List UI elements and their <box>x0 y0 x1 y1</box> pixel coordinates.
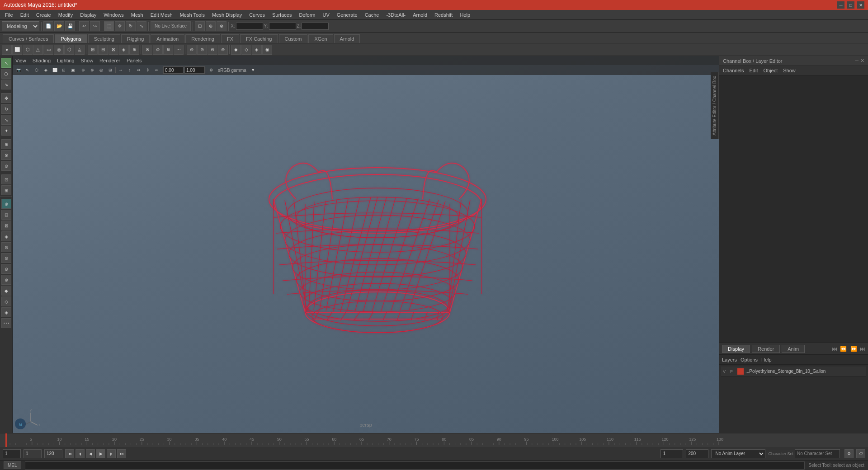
select-uv-btn[interactable]: ◉ <box>262 45 272 55</box>
range-end-input[interactable] <box>686 449 708 458</box>
menu-item-curves[interactable]: Curves <box>246 11 268 19</box>
conform-btn[interactable]: ⋯ <box>174 45 184 55</box>
titlebar-controls[interactable]: ─ □ ✕ <box>837 1 864 9</box>
poly-cyl-btn[interactable]: ⬡ <box>23 45 33 55</box>
maximize-button[interactable]: □ <box>847 1 854 9</box>
rotate-tool-btn[interactable]: ↻ <box>1 104 11 114</box>
tab-sculpting[interactable]: Sculpting <box>88 34 120 43</box>
icon-row8-btn[interactable]: ⊛ <box>1 275 11 285</box>
snap-point-btn[interactable]: ⊕ <box>1 139 11 149</box>
scale-btn[interactable]: ⤡ <box>137 21 146 31</box>
scale-tool-btn[interactable]: ⤡ <box>1 115 11 125</box>
tab-fx[interactable]: FX <box>221 34 239 43</box>
vp-snap1-btn[interactable]: ↔ <box>117 66 125 74</box>
cb-show-menu[interactable]: Show <box>783 68 796 73</box>
cb-channels-menu[interactable]: Channels <box>723 68 744 73</box>
icon-row9-btn[interactable]: ◆ <box>1 286 11 296</box>
tab-rendering[interactable]: Rendering <box>185 34 220 43</box>
character-set-value[interactable]: No Character Set <box>795 449 840 458</box>
icon-row5-btn[interactable]: ⊜ <box>1 242 11 252</box>
vp-snap2-btn[interactable]: ↕ <box>126 66 134 74</box>
poly-cube-btn[interactable]: ⬜ <box>12 45 22 55</box>
vp-cam-btn[interactable]: 📷 <box>14 66 23 74</box>
icon-row2-btn[interactable]: ⊟ <box>1 210 11 220</box>
rotate-btn[interactable]: ↻ <box>126 21 136 31</box>
go-start-btn[interactable]: ⏮ <box>65 449 74 458</box>
poly-cone-btn[interactable]: △ <box>33 45 43 55</box>
snap1-btn[interactable]: ⊡ <box>195 21 205 31</box>
icon-row1-btn[interactable]: ⊕ <box>1 199 11 209</box>
display-tab-anim[interactable]: Anim <box>782 345 805 353</box>
vp-menu-lighting[interactable]: Lighting <box>57 58 75 63</box>
menu-item-windows[interactable]: Windows <box>100 11 127 19</box>
end-frame-input[interactable] <box>44 449 62 458</box>
poly-prism-btn[interactable]: ⬡ <box>64 45 74 55</box>
tab-curvessurfaces[interactable]: Curves / Surfaces <box>3 34 54 43</box>
help-tab[interactable]: Help <box>761 357 772 362</box>
viewport[interactable]: View Shading Lighting Show Renderer Pane… <box>13 56 719 433</box>
universal-tool-btn[interactable]: ✦ <box>1 126 11 136</box>
move-tool-btn[interactable]: ✥ <box>1 93 11 103</box>
snap3-btn[interactable]: ⊗ <box>217 21 226 31</box>
vp-value1-input[interactable] <box>163 66 184 74</box>
bridge-btn[interactable]: ⊟ <box>98 45 108 55</box>
snap2-btn[interactable]: ⊕ <box>206 21 216 31</box>
cb-collapse-btn[interactable]: ─ <box>855 58 859 64</box>
vp-menu-show[interactable]: Show <box>81 58 94 63</box>
merge-btn[interactable]: ⊠ <box>108 45 118 55</box>
menu-item-mesh[interactable]: Mesh <box>128 11 146 19</box>
tab-arnold[interactable]: Arnold <box>334 34 360 43</box>
layers-tab[interactable]: Layers <box>722 357 737 362</box>
vp-menu-shading[interactable]: Shading <box>33 58 51 63</box>
icon-row10-btn[interactable]: ◇ <box>1 296 11 306</box>
poly-pyramid-btn[interactable]: ◬ <box>75 45 85 55</box>
menu-item-edit[interactable]: Edit <box>17 11 32 19</box>
menu-item-create[interactable]: Create <box>33 11 54 19</box>
cb-close-btn[interactable]: ✕ <box>860 58 864 64</box>
menu-item-deform[interactable]: Deform <box>296 11 318 19</box>
move-btn[interactable]: ✥ <box>115 21 125 31</box>
start-frame-input[interactable] <box>3 449 21 458</box>
select-vertex-btn[interactable]: ◆ <box>231 45 241 55</box>
current-frame-input[interactable] <box>24 449 42 458</box>
cb-object-menu[interactable]: Object <box>763 68 778 73</box>
poly-plane-btn[interactable]: ▭ <box>43 45 53 55</box>
close-button[interactable]: ✕ <box>857 1 864 9</box>
vp-snap4-btn[interactable]: ⇕ <box>144 66 152 74</box>
go-end-btn[interactable]: ⏭ <box>117 449 126 458</box>
bevel-btn[interactable]: ◈ <box>119 45 129 55</box>
vp-toggle1-btn[interactable]: ⊕ <box>79 66 87 74</box>
tab-animation[interactable]: Animation <box>151 34 184 43</box>
mel-label[interactable]: MEL <box>4 461 21 469</box>
paint-attr-btn[interactable]: ⊘ <box>1 161 11 171</box>
collapse-btn[interactable]: ⊛ <box>218 45 228 55</box>
menu-item-uv[interactable]: UV <box>319 11 332 19</box>
icon-row6-btn[interactable]: ⊝ <box>1 253 11 263</box>
separate-btn[interactable]: ⊘ <box>153 45 163 55</box>
open-btn[interactable]: 📂 <box>54 21 64 31</box>
select-tool-btn[interactable]: ↖ <box>1 58 11 68</box>
smooth-btn[interactable]: ≋ <box>163 45 173 55</box>
tab-custom[interactable]: Custom <box>279 34 308 43</box>
vp-toggle3-btn[interactable]: ◎ <box>97 66 105 74</box>
x-input[interactable] <box>236 23 263 30</box>
play-fwd-btn[interactable]: ⏭ <box>860 346 865 352</box>
timeline-ruler[interactable] <box>0 433 868 447</box>
redo-btn[interactable]: ↪ <box>90 21 100 31</box>
menu-item-file[interactable]: File <box>2 11 16 19</box>
cb-edit-menu[interactable]: Edit <box>749 68 758 73</box>
select-btn[interactable]: ⬚ <box>104 21 114 31</box>
step-back-btn[interactable]: ⏴ <box>75 449 85 458</box>
play-fwd-step-btn[interactable]: ⏩ <box>850 346 857 352</box>
vp-select-btn[interactable]: ↖ <box>24 66 32 74</box>
play-fwd-btn[interactable]: ▶ <box>96 449 105 458</box>
options-tab[interactable]: Options <box>741 357 758 362</box>
menu-item-generate[interactable]: Generate <box>334 11 361 19</box>
vp-toggle2-btn[interactable]: ⊗ <box>88 66 96 74</box>
z-input[interactable] <box>302 23 329 30</box>
icon-row3-btn[interactable]: ⊠ <box>1 221 11 230</box>
anim-layer-select[interactable]: No Anim Layer <box>711 449 765 458</box>
more-tools-btn[interactable]: ⋯ <box>1 318 11 328</box>
menu-item-modify[interactable]: Modify <box>55 11 76 19</box>
insert-loop-btn[interactable]: ⊜ <box>187 45 197 55</box>
